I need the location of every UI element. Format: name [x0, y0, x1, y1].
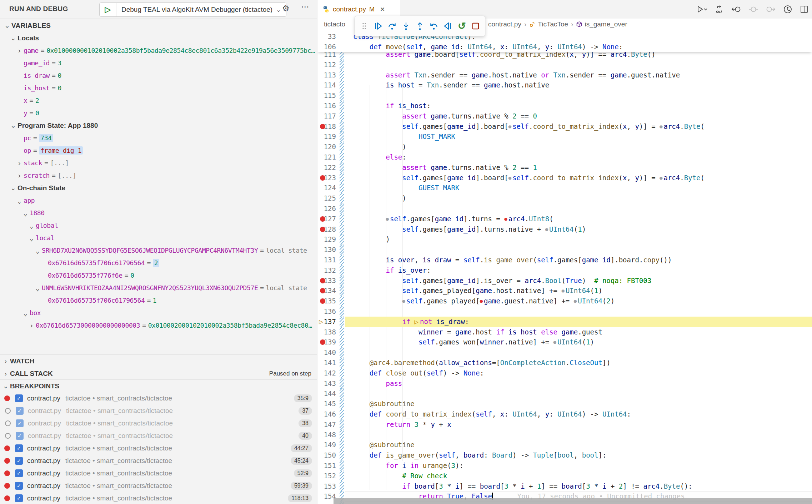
- step-back-button[interactable]: [428, 20, 440, 32]
- call-stack-section-header[interactable]: › CALL STACK Paused on step: [0, 367, 317, 380]
- horizontal-scrollbar[interactable]: [334, 498, 812, 504]
- code-line[interactable]: 141 @arc4.baremethod(allow_actions=[OnCo…: [317, 358, 812, 368]
- line-number[interactable]: 33: [317, 31, 336, 42]
- line-number[interactable]: 136: [317, 306, 336, 317]
- code-line[interactable]: 120 ): [317, 142, 812, 152]
- line-number[interactable]: 142: [317, 368, 336, 378]
- variable-row[interactable]: pc=734: [0, 132, 317, 144]
- code-line[interactable]: 124 GUEST_MARK: [317, 183, 812, 193]
- line-number[interactable]: 132: [317, 265, 336, 276]
- debug-config-dropdown[interactable]: Debug TEAL via AlgoKit AVM Debugger (tic…: [116, 3, 286, 16]
- line-number[interactable]: 139: [317, 337, 336, 347]
- line-number[interactable]: 143: [317, 378, 336, 389]
- variable-row[interactable]: ›0x67616d65730000000000000003=0x01000200…: [0, 319, 317, 332]
- stop-button[interactable]: [470, 20, 481, 32]
- variable-row[interactable]: ⌄app: [0, 194, 317, 207]
- line-number[interactable]: 140: [317, 347, 336, 358]
- line-number[interactable]: 121: [317, 152, 336, 162]
- breadcrumb-item-is-game-over[interactable]: is_game_over: [576, 20, 627, 28]
- line-number[interactable]: 112: [317, 60, 336, 70]
- gear-icon[interactable]: ⚙: [282, 4, 290, 13]
- tree-section-row[interactable]: ⌄Program State: App 1880: [0, 119, 317, 132]
- code-line[interactable]: 144: [317, 388, 812, 399]
- breakpoint-row[interactable]: ✓contract.pytictactoe • smart_contracts/…: [0, 442, 317, 454]
- code-line[interactable]: 117 assert game.turns.native % 2 == 0: [317, 111, 812, 121]
- breakpoint-row[interactable]: ✓contract.pytictactoe • smart_contracts/…: [0, 417, 317, 429]
- code-line[interactable]: 130: [317, 245, 812, 255]
- close-icon[interactable]: ✕: [380, 6, 385, 13]
- code-line[interactable]: 114 is_host = Txn.sender == game.host.na…: [317, 80, 812, 90]
- breakpoint-checkbox[interactable]: ✓: [15, 394, 23, 402]
- start-debug-button[interactable]: ▷: [100, 3, 116, 16]
- line-number[interactable]: 153: [317, 481, 336, 492]
- chevron-down-icon[interactable]: ⌄: [33, 284, 42, 292]
- code-line[interactable]: 129 ): [317, 234, 812, 245]
- variable-row[interactable]: ⌄SRH6D7XU2N6WQQ5SSYDQFG5ESO6JWEQIDPGLUGY…: [0, 244, 317, 257]
- line-number[interactable]: 144: [317, 388, 336, 399]
- breakpoint-checkbox[interactable]: ✓: [15, 482, 23, 490]
- breakpoint-row[interactable]: ✓contract.pytictactoe • smart_contracts/…: [0, 454, 317, 467]
- code-line[interactable]: 113 assert Txn.sender == game.host.nativ…: [317, 70, 812, 80]
- line-number[interactable]: 122: [317, 162, 336, 173]
- variable-row[interactable]: ⌄1880: [0, 207, 317, 219]
- code-line[interactable]: 138 winner = game.host if is_host else g…: [317, 327, 812, 337]
- line-number[interactable]: 134: [317, 286, 336, 296]
- breakpoint-checkbox[interactable]: ✓: [15, 457, 23, 465]
- line-number[interactable]: 114: [317, 80, 336, 90]
- code-line[interactable]: 135 ●self.games_played[●game.guest.nativ…: [317, 296, 812, 306]
- line-number[interactable]: 125: [317, 193, 336, 203]
- chevron-down-icon[interactable]: ⌄: [21, 209, 30, 217]
- code-line[interactable]: 112: [317, 60, 812, 70]
- code-line[interactable]: 118 self.games[game_id].board[●self.coor…: [317, 121, 812, 132]
- line-number[interactable]: 113: [317, 70, 336, 80]
- more-actions-icon[interactable]: ⋯: [301, 2, 309, 12]
- variable-row[interactable]: ⌄global: [0, 219, 317, 232]
- code-line[interactable]: 139 self.games_won[winner.native] += ●UI…: [317, 337, 812, 347]
- chevron-down-icon[interactable]: ⌄: [21, 309, 30, 317]
- code-line[interactable]: 153 if board[3 * i] == board[3 * i + 1] …: [317, 481, 812, 492]
- code-line[interactable]: 143 pass: [317, 378, 812, 389]
- line-number[interactable]: 148: [317, 430, 336, 440]
- line-number[interactable]: 149: [317, 440, 336, 450]
- variable-row[interactable]: ⌄local: [0, 232, 317, 244]
- breakpoint-checkbox[interactable]: ✓: [16, 432, 24, 440]
- code-line[interactable]: 132 if is_over:: [317, 265, 812, 276]
- line-number[interactable]: 138: [317, 327, 336, 337]
- variable-row[interactable]: ⌄UNML6W5NVHRIKTEOZAA4NI2SWQROSGNFNY2QS52…: [0, 282, 317, 294]
- variable-row[interactable]: op=frame_dig 1: [0, 144, 317, 157]
- line-number[interactable]: 116: [317, 101, 336, 111]
- line-number[interactable]: 146: [317, 409, 336, 419]
- breadcrumb-item-tictactoe[interactable]: TicTacToe: [529, 20, 568, 28]
- line-number[interactable]: 150: [317, 450, 336, 460]
- chevron-down-icon[interactable]: ⌄: [9, 34, 17, 42]
- code-line[interactable]: 147 return 3 * y + x: [317, 419, 812, 430]
- code-line[interactable]: 146 def coord_to_matrix_index(self, x: U…: [317, 409, 812, 419]
- line-number[interactable]: 137: [317, 317, 336, 327]
- line-number[interactable]: 152: [317, 471, 336, 481]
- reverse-continue-button[interactable]: [442, 20, 453, 32]
- variable-row[interactable]: game_id=3: [0, 57, 317, 69]
- variable-row[interactable]: is_draw=0: [0, 69, 317, 82]
- code-line[interactable]: 145 @subroutine: [317, 399, 812, 409]
- code-line[interactable]: 136: [317, 306, 812, 317]
- line-number[interactable]: 118: [317, 121, 336, 132]
- chevron-right-icon[interactable]: ›: [15, 172, 24, 180]
- step-into-button[interactable]: [400, 20, 411, 32]
- breakpoint-checkbox[interactable]: ✓: [16, 419, 24, 427]
- step-over-button[interactable]: [386, 20, 397, 32]
- variable-row[interactable]: 0x67616d65735f706c61796564=2: [0, 257, 317, 269]
- line-number[interactable]: 128: [317, 224, 336, 235]
- chevron-right-icon[interactable]: ›: [15, 47, 24, 55]
- chevron-down-icon[interactable]: ⌄: [3, 21, 11, 30]
- line-number[interactable]: 123: [317, 173, 336, 183]
- code-line[interactable]: 150 def is_game_over(self, board: Board)…: [317, 450, 812, 460]
- breakpoint-row[interactable]: ✓contract.pytictactoe • smart_contracts/…: [0, 392, 317, 404]
- chevron-down-icon[interactable]: ⌄: [27, 222, 36, 230]
- code-line[interactable]: 116 if is_host:: [317, 101, 812, 111]
- variable-row[interactable]: ›scratch=[...]: [0, 169, 317, 182]
- line-number[interactable]: 119: [317, 131, 336, 142]
- line-number[interactable]: 151: [317, 460, 336, 471]
- code-line[interactable]: 140: [317, 347, 812, 358]
- breakpoints-section-header[interactable]: ⌄ BREAKPOINTS: [0, 379, 317, 392]
- tree-section-row[interactable]: ⌄On-chain State: [0, 182, 317, 194]
